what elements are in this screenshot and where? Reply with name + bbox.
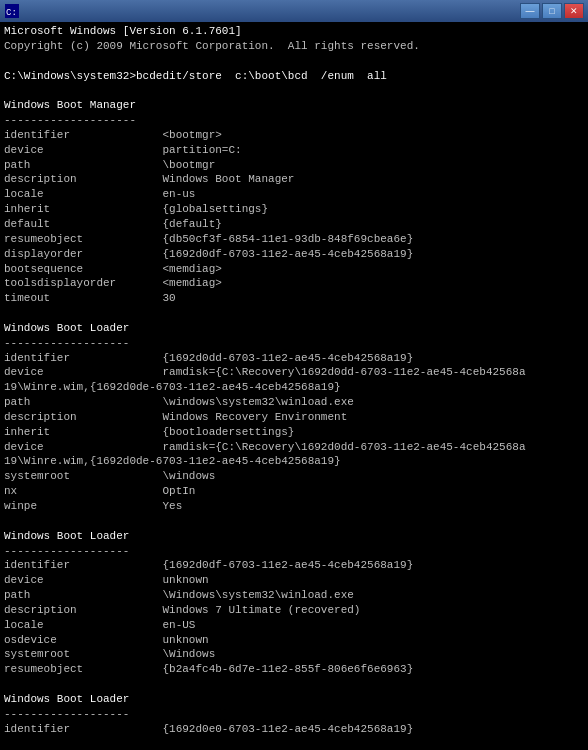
console-line: device ramdisk={C:\Recovery\1692d0dd-670… <box>4 365 584 380</box>
console-line: device unknown <box>4 573 584 588</box>
svg-text:C:: C: <box>6 8 17 18</box>
console-line: bootsequence <memdiag> <box>4 262 584 277</box>
console-line: description Windows Recovery Environment <box>4 410 584 425</box>
title-bar: C: — □ ✕ <box>0 0 588 22</box>
console-line: Copyright (c) 2009 Microsoft Corporation… <box>4 39 584 54</box>
console-line: identifier {1692d0df-6703-11e2-ae45-4ceb… <box>4 558 584 573</box>
console-line: identifier {1692d0dd-6703-11e2-ae45-4ceb… <box>4 351 584 366</box>
title-bar-left: C: <box>4 3 24 19</box>
console-line: osdevice unknown <box>4 633 584 648</box>
console-line: displayorder {1692d0df-6703-11e2-ae45-4c… <box>4 247 584 262</box>
console-line: ------------------- <box>4 336 584 351</box>
console-line <box>4 83 584 98</box>
title-bar-buttons: — □ ✕ <box>520 3 584 19</box>
console-line: systemroot \Windows <box>4 647 584 662</box>
console-line: C:\Windows\system32>bcdedit/store c:\boo… <box>4 69 584 84</box>
console-line: -------------------- <box>4 113 584 128</box>
console-line: path \Windows\system32\winload.exe <box>4 588 584 603</box>
window: C: — □ ✕ Microsoft Windows [Version 6.1.… <box>0 0 588 750</box>
console-line: device partition=C: <box>4 143 584 158</box>
console-line: 19\Winre.wim,{1692d0de-6703-11e2-ae45-4c… <box>4 454 584 469</box>
console-line <box>4 306 584 321</box>
console-line: Windows Boot Loader <box>4 529 584 544</box>
console-line: default {default} <box>4 217 584 232</box>
console-line <box>4 737 584 751</box>
console-line: identifier {1692d0e0-6703-11e2-ae45-4ceb… <box>4 722 584 737</box>
console-line: locale en-us <box>4 187 584 202</box>
console-line: locale en-US <box>4 618 584 633</box>
console-line: ------------------- <box>4 544 584 559</box>
console-output[interactable]: Microsoft Windows [Version 6.1.7601]Copy… <box>0 22 588 750</box>
console-line: inherit {bootloadersettings} <box>4 425 584 440</box>
console-line: device ramdisk={C:\Recovery\1692d0dd-670… <box>4 440 584 455</box>
console-line: winpe Yes <box>4 499 584 514</box>
console-line: description Windows 7 Ultimate (recovere… <box>4 603 584 618</box>
console-line <box>4 677 584 692</box>
console-line: description Windows Boot Manager <box>4 172 584 187</box>
console-line: identifier <bootmgr> <box>4 128 584 143</box>
close-button[interactable]: ✕ <box>564 3 584 19</box>
console-line: ------------------- <box>4 707 584 722</box>
console-line: nx OptIn <box>4 484 584 499</box>
console-line: Microsoft Windows [Version 6.1.7601] <box>4 24 584 39</box>
console-line: inherit {globalsettings} <box>4 202 584 217</box>
console-line <box>4 54 584 69</box>
console-line <box>4 514 584 529</box>
console-line: resumeobject {b2a4fc4b-6d7e-11e2-855f-80… <box>4 662 584 677</box>
console-line: 19\Winre.wim,{1692d0de-6703-11e2-ae45-4c… <box>4 380 584 395</box>
console-line: resumeobject {db50cf3f-6854-11e1-93db-84… <box>4 232 584 247</box>
console-line: toolsdisplayorder <memdiag> <box>4 276 584 291</box>
console-line: Windows Boot Loader <box>4 692 584 707</box>
console-line: timeout 30 <box>4 291 584 306</box>
maximize-button[interactable]: □ <box>542 3 562 19</box>
console-line: path \bootmgr <box>4 158 584 173</box>
console-line: Windows Boot Manager <box>4 98 584 113</box>
cmd-icon: C: <box>4 3 20 19</box>
console-line: path \windows\system32\winload.exe <box>4 395 584 410</box>
console-line: Windows Boot Loader <box>4 321 584 336</box>
minimize-button[interactable]: — <box>520 3 540 19</box>
console-line: systemroot \windows <box>4 469 584 484</box>
